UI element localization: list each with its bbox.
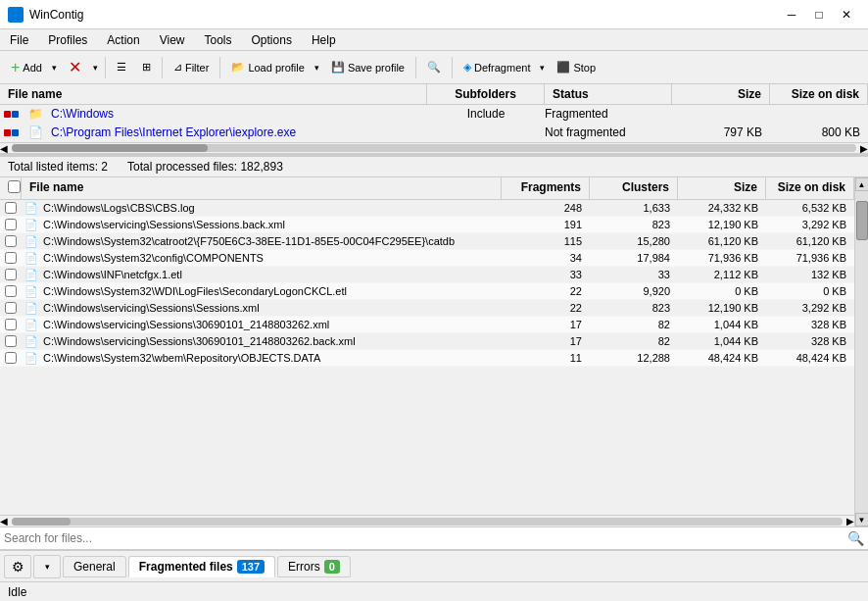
table-row[interactable]: 📄 C:\Windows\servicing\Sessions\30690101… <box>0 317 854 333</box>
add-dropdown-arrow[interactable]: ▾ <box>49 59 60 76</box>
row-file-icon-2: 📄 <box>22 235 41 248</box>
grid-view-button[interactable]: ⊞ <box>135 57 158 77</box>
menu-action[interactable]: Action <box>97 31 149 49</box>
row-checkbox-0[interactable] <box>5 202 17 214</box>
bottom-header: File name Fragments Clusters Size Size o… <box>0 177 854 200</box>
table-row[interactable]: 📄 C:\Windows\System32\catroot2\{F750E6C3… <box>0 233 854 250</box>
settings-button[interactable]: ⚙ <box>4 555 31 578</box>
row-checkbox-6[interactable] <box>5 302 17 314</box>
stop-button[interactable]: ⬛ Stop <box>550 57 603 77</box>
tab-general[interactable]: General <box>63 556 126 577</box>
row-clusters-9: 12,288 <box>590 352 678 364</box>
table-row[interactable]: 📄 C:\Windows\INF\netcfgx.1.etl 33 33 2,1… <box>0 267 854 283</box>
search-input[interactable] <box>4 531 844 545</box>
row-sizeondisk-7: 328 KB <box>766 319 854 330</box>
scroll-thumb[interactable] <box>12 144 208 152</box>
stop-icon: ⬛ <box>556 61 570 74</box>
top-row-windows[interactable]: 📁 C:\Windows Include Fragmented <box>0 105 868 124</box>
vscroll-track[interactable] <box>855 191 869 513</box>
tab-errors-label: Errors <box>288 560 320 574</box>
bottom-scroll-right[interactable]: ▶ <box>846 516 854 526</box>
row-checkbox-1[interactable] <box>5 219 17 230</box>
bottom-scrollbar[interactable]: ◀ ▶ <box>0 515 854 526</box>
close-button[interactable]: ✕ <box>833 5 860 25</box>
row-size-5: 0 KB <box>678 285 766 297</box>
row-checkbox-8[interactable] <box>5 335 17 347</box>
menu-file[interactable]: File <box>0 31 38 49</box>
bottom-table: File name Fragments Clusters Size Size o… <box>0 177 854 526</box>
row-check-8 <box>0 335 22 347</box>
total-processed: Total processed files: 182,893 <box>127 160 283 174</box>
scroll-track[interactable] <box>12 144 856 152</box>
bottom-scroll-track[interactable] <box>12 518 843 526</box>
table-row[interactable]: 📄 C:\Windows\servicing\Sessions\Sessions… <box>0 300 854 317</box>
row-checkbox-4[interactable] <box>5 269 17 280</box>
tab-errors[interactable]: Errors 0 <box>277 556 351 577</box>
top-panel: File name Subfolders Status Size Size on… <box>0 84 868 156</box>
row-check-0 <box>0 202 22 214</box>
check-all[interactable] <box>8 180 21 193</box>
bottom-header-size[interactable]: Size <box>678 177 766 199</box>
table-row[interactable]: 📄 C:\Windows\System32\WDI\LogFiles\Secon… <box>0 283 854 300</box>
maximize-button[interactable]: □ <box>805 5 833 25</box>
vscroll-down[interactable]: ▼ <box>855 513 869 526</box>
menu-view[interactable]: View <box>150 31 195 49</box>
load-profile-dropdown-arrow[interactable]: ▾ <box>312 59 322 76</box>
row-checkbox-9[interactable] <box>5 352 17 364</box>
tab-fragmented[interactable]: Fragmented files 137 <box>128 556 275 577</box>
vscroll-thumb[interactable] <box>856 201 868 240</box>
search-button[interactable]: 🔍 <box>420 57 448 77</box>
add-button[interactable]: + Add <box>4 55 49 80</box>
app-title: WinContig <box>29 8 83 22</box>
row-checkbox-7[interactable] <box>5 319 17 330</box>
delete-button[interactable]: ✕ <box>62 54 88 80</box>
total-listed: Total listed items: 2 <box>8 160 108 174</box>
top-header-subfolders: Subfolders <box>427 84 545 104</box>
settings-dropdown-button[interactable]: ▾ <box>33 555 61 578</box>
row-check-6 <box>0 302 22 314</box>
table-row[interactable]: 📄 C:\Windows\servicing\Sessions\30690101… <box>0 333 854 350</box>
top-scrollbar[interactable]: ◀ ▶ <box>0 142 868 154</box>
bottom-scroll-left[interactable]: ◀ <box>0 516 8 526</box>
menu-tools[interactable]: Tools <box>195 31 242 49</box>
row-checkbox-5[interactable] <box>5 285 17 297</box>
top-row-iexplore[interactable]: 📄 C:\Program Files\Internet Explorer\iex… <box>0 124 868 142</box>
bottom-header-fragments[interactable]: Fragments <box>502 177 590 199</box>
save-profile-button[interactable]: 💾 Save profile <box>324 57 411 77</box>
row-file-icon-8: 📄 <box>22 335 41 348</box>
filter-button[interactable]: ⊿ Filter <box>167 57 216 77</box>
vscroll-up[interactable]: ▲ <box>855 177 869 191</box>
row-file-icon-3: 📄 <box>22 252 41 265</box>
row-checkbox-2[interactable] <box>5 235 17 247</box>
defragment-dropdown-arrow[interactable]: ▾ <box>537 59 548 76</box>
row-size-3: 71,936 KB <box>678 252 766 264</box>
bottom-header-clusters[interactable]: Clusters <box>590 177 678 199</box>
table-row[interactable]: 📄 C:\Windows\System32\wbem\Repository\OB… <box>0 350 854 367</box>
minimize-button[interactable]: ─ <box>778 5 805 25</box>
scroll-left[interactable]: ◀ <box>0 143 8 154</box>
bottom-scroll-thumb[interactable] <box>12 518 71 526</box>
fragmented-badge: 137 <box>237 560 265 574</box>
table-row[interactable]: 📄 C:\Windows\servicing\Sessions\Sessions… <box>0 217 854 233</box>
top-row-icon-1 <box>0 111 24 118</box>
vertical-scrollbar[interactable]: ▲ ▼ <box>854 177 868 526</box>
defragment-button[interactable]: ◈ Defragment <box>457 57 537 77</box>
delete-dropdown-arrow[interactable]: ▾ <box>90 59 101 76</box>
row-size-4: 2,112 KB <box>678 269 766 280</box>
menu-profiles[interactable]: Profiles <box>38 31 97 49</box>
row-filename-3: C:\Windows\System32\config\COMPONENTS <box>41 250 502 266</box>
row-fragments-1: 191 <box>502 219 590 230</box>
status-bar: Idle <box>0 581 868 601</box>
load-profile-button[interactable]: 📂 Load profile <box>224 57 312 77</box>
row-clusters-2: 15,280 <box>590 235 678 247</box>
row-sizeondisk-4: 132 KB <box>766 269 854 280</box>
scroll-right[interactable]: ▶ <box>860 143 868 154</box>
table-row[interactable]: 📄 C:\Windows\Logs\CBS\CBS.log 248 1,633 … <box>0 200 854 217</box>
table-row[interactable]: 📄 C:\Windows\System32\config\COMPONENTS … <box>0 250 854 267</box>
bottom-header-sizeondisk[interactable]: Size on disk <box>766 177 854 199</box>
list-view-button[interactable]: ☰ <box>110 57 133 77</box>
top-row-name-1: C:\Windows <box>47 107 427 121</box>
menu-help[interactable]: Help <box>302 31 346 49</box>
menu-options[interactable]: Options <box>242 31 302 49</box>
row-checkbox-3[interactable] <box>5 252 17 264</box>
